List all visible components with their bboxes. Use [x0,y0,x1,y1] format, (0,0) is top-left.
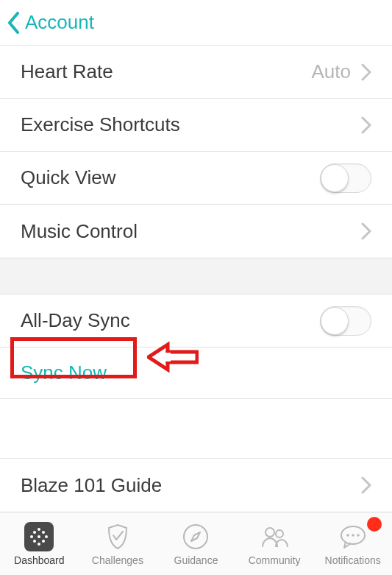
notification-badge [367,517,382,532]
row-label: All-Day Sync [21,309,130,332]
row-value: Auto [312,60,352,83]
row-sync-now[interactable]: Sync Now [0,348,392,399]
row-exercise-shortcuts[interactable]: Exercise Shortcuts [0,99,392,152]
tab-challenges[interactable]: Challenges [79,512,157,575]
row-blaze-guide[interactable]: Blaze 101 Guide [0,459,392,512]
nav-header: Account [0,0,392,46]
back-title[interactable]: Account [25,11,94,34]
sync-now-label: Sync Now [21,361,107,384]
tab-dashboard[interactable]: Dashboard [0,512,79,575]
svg-point-0 [184,525,207,548]
toggle-knob [321,164,349,192]
svg-point-4 [346,534,349,537]
guide-section: Blaze 101 Guide [0,458,392,512]
tab-notifications[interactable]: Notifications [313,512,392,575]
chevron-right-icon [361,63,371,81]
row-right [361,476,371,494]
tab-bar: Dashboard Challenges Guidance [0,512,392,575]
chevron-right-icon [361,222,371,240]
back-chevron-icon[interactable] [7,12,21,34]
quick-view-toggle[interactable] [320,163,371,193]
row-label: Blaze 101 Guide [21,474,162,497]
row-label: Exercise Shortcuts [21,113,180,136]
chat-icon [338,522,368,551]
row-label: Quick View [21,166,116,189]
chevron-right-icon [361,116,371,134]
dashboard-icon [24,522,54,551]
row-all-day-sync: All-Day Sync [0,294,392,348]
tab-label: Notifications [325,554,381,566]
compass-icon [181,522,210,551]
row-music-control[interactable]: Music Control [0,205,392,258]
tab-label: Guidance [174,554,218,566]
svg-point-2 [276,530,283,537]
svg-point-1 [266,528,274,537]
tab-label: Community [249,554,301,566]
row-heart-rate[interactable]: Heart Rate Auto [0,46,392,99]
tab-guidance[interactable]: Guidance [157,512,235,575]
section-gap-large [0,399,392,458]
tab-label: Dashboard [14,554,65,566]
tab-label: Challenges [92,554,143,566]
chevron-right-icon [361,476,371,494]
row-label: Music Control [21,220,138,243]
shield-icon [103,522,132,551]
screen: Account Heart Rate Auto Exercise Shortcu… [0,0,392,575]
svg-point-5 [352,534,354,537]
row-quick-view: Quick View [0,152,392,205]
toggle-knob [321,307,349,335]
sync-section: All-Day Sync Sync Now [0,294,392,399]
row-right [320,163,371,193]
row-right [361,222,371,240]
all-day-sync-toggle[interactable] [320,306,371,336]
row-right [320,306,371,336]
row-label: Heart Rate [21,60,113,83]
section-gap [0,258,392,294]
settings-section: Heart Rate Auto Exercise Shortcuts Quick… [0,46,392,258]
row-right [361,116,371,134]
tab-community[interactable]: Community [235,512,314,575]
row-right: Auto [312,60,372,83]
people-icon [260,522,289,551]
svg-point-6 [357,534,360,537]
